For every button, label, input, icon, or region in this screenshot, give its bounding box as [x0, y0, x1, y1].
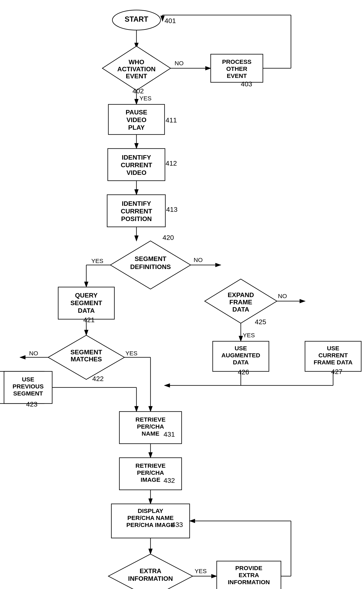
svg-text:YES: YES	[139, 95, 151, 102]
svg-text:FRAME: FRAME	[229, 299, 252, 306]
svg-text:POSITION: POSITION	[121, 215, 152, 223]
svg-text:PLAY: PLAY	[128, 124, 145, 131]
svg-text:NO: NO	[29, 350, 38, 357]
svg-text:NO: NO	[175, 60, 184, 66]
svg-text:START: START	[125, 15, 148, 23]
svg-text:403: 403	[241, 80, 252, 88]
svg-text:401: 401	[164, 17, 176, 25]
svg-text:RETRIEVE: RETRIEVE	[136, 416, 166, 423]
svg-text:433: 433	[172, 521, 183, 528]
svg-text:432: 432	[163, 477, 175, 484]
svg-text:DATA: DATA	[78, 307, 95, 314]
svg-text:SEGMENT: SEGMENT	[13, 390, 43, 397]
svg-rect-1	[0, 0, 364, 589]
svg-text:IDENTIFY: IDENTIFY	[122, 200, 151, 207]
svg-text:NAME: NAME	[142, 430, 159, 437]
svg-text:EXTRA: EXTRA	[140, 567, 161, 575]
svg-text:423: 423	[26, 400, 38, 408]
svg-text:EXPAND: EXPAND	[228, 291, 254, 299]
svg-text:PROVIDE: PROVIDE	[235, 565, 262, 571]
svg-text:DISPLAY: DISPLAY	[138, 508, 163, 514]
svg-text:426: 426	[238, 368, 249, 376]
svg-text:PROCESS: PROCESS	[222, 59, 252, 65]
svg-text:ACTIVATION: ACTIVATION	[117, 65, 156, 73]
svg-text:EXTRA: EXTRA	[239, 572, 259, 578]
svg-text:425: 425	[255, 318, 266, 326]
svg-text:MATCHES: MATCHES	[71, 355, 102, 363]
svg-text:USE: USE	[327, 345, 339, 352]
svg-text:PER/CHA IMAGE: PER/CHA IMAGE	[126, 522, 175, 528]
svg-text:USE: USE	[22, 376, 34, 383]
svg-text:DATA: DATA	[233, 359, 249, 366]
svg-text:RETRIEVE: RETRIEVE	[136, 462, 166, 469]
svg-text:QUERY: QUERY	[75, 292, 98, 299]
svg-text:413: 413	[166, 206, 178, 213]
svg-text:411: 411	[166, 116, 177, 124]
svg-text:IMAGE: IMAGE	[141, 476, 160, 483]
svg-text:412: 412	[166, 159, 177, 167]
svg-text:PER/CHA: PER/CHA	[137, 469, 164, 476]
svg-text:SEGMENT: SEGMENT	[135, 255, 167, 262]
svg-text:INFORMATION: INFORMATION	[228, 579, 270, 585]
svg-text:YES: YES	[195, 568, 207, 574]
svg-text:420: 420	[162, 234, 174, 241]
svg-text:PREVIOUS: PREVIOUS	[13, 383, 44, 390]
svg-text:AUGMENTED: AUGMENTED	[221, 352, 260, 359]
svg-text:EVENT: EVENT	[126, 72, 147, 80]
svg-text:VIDEO: VIDEO	[126, 116, 146, 124]
flowchart-diagram: START 401 WHO ACTIVATION EVENT 402 NO PR…	[0, 0, 364, 589]
svg-text:YES: YES	[125, 350, 137, 357]
svg-text:WHO: WHO	[129, 59, 144, 66]
svg-text:CURRENT: CURRENT	[121, 208, 152, 215]
svg-text:YES: YES	[91, 258, 103, 264]
svg-text:SEGMENT: SEGMENT	[71, 348, 102, 356]
svg-text:CURRENT: CURRENT	[318, 352, 348, 359]
svg-text:402: 402	[132, 87, 144, 95]
svg-text:DATA: DATA	[232, 306, 249, 313]
svg-text:421: 421	[83, 316, 95, 324]
svg-text:OTHER: OTHER	[226, 65, 247, 72]
svg-text:INFORMATION: INFORMATION	[128, 575, 173, 582]
svg-text:CURRENT: CURRENT	[121, 161, 152, 169]
svg-text:431: 431	[163, 430, 175, 438]
svg-text:PER/CHA NAME: PER/CHA NAME	[127, 515, 174, 521]
svg-text:DEFINITIONS: DEFINITIONS	[130, 263, 171, 270]
svg-text:PER/CHA: PER/CHA	[137, 423, 164, 430]
svg-text:IDENTIFY: IDENTIFY	[122, 154, 151, 161]
svg-text:YES: YES	[243, 332, 255, 339]
svg-text:NO: NO	[278, 293, 287, 299]
svg-text:NO: NO	[194, 256, 203, 263]
svg-text:422: 422	[92, 375, 104, 382]
svg-text:USE: USE	[234, 345, 247, 352]
svg-text:VIDEO: VIDEO	[126, 169, 146, 176]
svg-text:FRAME DATA: FRAME DATA	[314, 359, 352, 366]
svg-text:PAUSE: PAUSE	[126, 109, 147, 116]
svg-text:EVENT: EVENT	[227, 72, 247, 79]
svg-text:SEGMENT: SEGMENT	[71, 299, 102, 307]
